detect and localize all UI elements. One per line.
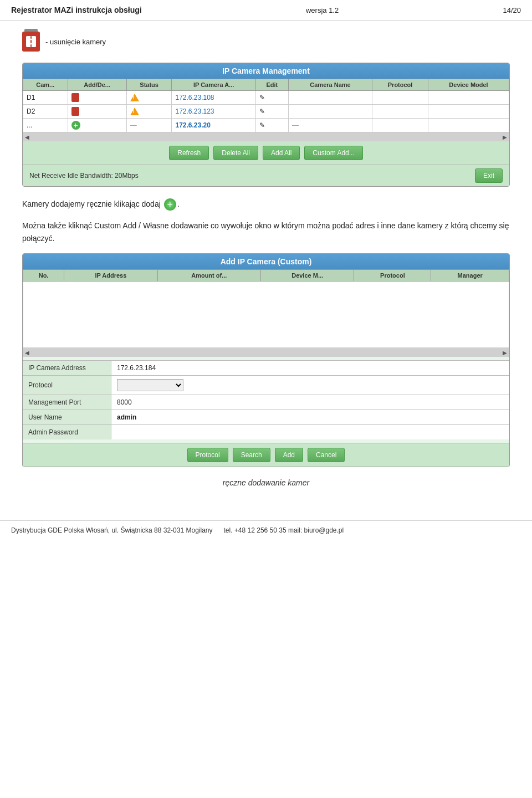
col-cam: Cam... xyxy=(23,79,68,91)
protocol-value[interactable] xyxy=(111,376,509,395)
cell-edit[interactable] xyxy=(255,105,288,119)
exit-button[interactable]: Exit xyxy=(475,168,503,183)
add-camera-inline-button[interactable]: + xyxy=(164,198,176,211)
panel-footer: Net Receive Idle Bandwidth: 20Mbps Exit xyxy=(23,165,509,186)
horizontal-scrollbar[interactable]: ◀ ▶ xyxy=(23,132,509,141)
password-input[interactable] xyxy=(117,428,200,436)
table-row: D1 172.6.23.108 xyxy=(23,91,509,105)
delete-label: - usunięcie kamery xyxy=(45,38,106,46)
protocol-button[interactable]: Protocol xyxy=(187,448,228,462)
cell-status xyxy=(126,105,172,119)
cell-status: — xyxy=(126,119,172,132)
delete-all-button[interactable]: Delete All xyxy=(213,146,258,160)
ip-camera-table: Cam... Add/De... Status IP Camera A... E… xyxy=(23,79,509,132)
col-no: No. xyxy=(23,270,64,282)
table-row: D2 172.6.23.123 xyxy=(23,105,509,119)
col-manager: Manager xyxy=(431,270,509,282)
plus-icon[interactable]: + xyxy=(71,121,80,130)
col-protocol: Protocol xyxy=(372,79,428,91)
scroll-left-button-2[interactable]: ◀ xyxy=(25,350,29,356)
footer-right: tel. +48 12 256 50 35 mail: biuro@gde.pl xyxy=(224,526,344,534)
cell-protocol xyxy=(372,91,428,105)
cell-cam: ... xyxy=(23,119,68,132)
cell-addde xyxy=(68,105,126,119)
ip-address-label: IP Camera Address xyxy=(23,361,111,375)
scroll-right-button[interactable]: ▶ xyxy=(503,134,507,140)
col-edit: Edit xyxy=(255,79,288,91)
content-area: - usunięcie kamery IP Camera Management … xyxy=(0,21,532,509)
horizontal-scrollbar-2[interactable]: ◀ ▶ xyxy=(23,348,509,357)
cell-status xyxy=(126,91,172,105)
col-amount: Amount of... xyxy=(157,270,260,282)
warning-icon xyxy=(130,108,139,115)
cell-device-model xyxy=(428,91,509,105)
trash-icon xyxy=(22,32,40,52)
cell-camera-name xyxy=(288,105,372,119)
delete-section: - usunięcie kamery xyxy=(22,32,510,52)
caption-text: ręczne dodawanie kamer xyxy=(22,478,510,487)
cell-protocol xyxy=(372,105,428,119)
version-label: wersja 1.2 xyxy=(306,6,339,14)
cancel-button[interactable]: Cancel xyxy=(308,448,345,462)
protocol-select[interactable] xyxy=(117,379,183,391)
management-port-label: Management Port xyxy=(23,395,111,410)
refresh-button[interactable]: Refresh xyxy=(169,146,209,160)
pencil-icon[interactable] xyxy=(259,108,265,115)
cell-device-model xyxy=(428,119,509,132)
management-port-value[interactable]: 8000 xyxy=(111,395,509,410)
protocol-label: Protocol xyxy=(23,376,111,395)
col-device-m: Device M... xyxy=(260,270,354,282)
admin-password-label: Admin Password xyxy=(23,425,111,439)
user-name-value[interactable]: admin xyxy=(111,410,509,424)
trash-icon[interactable] xyxy=(71,93,79,102)
empty-table-body xyxy=(23,282,509,348)
camera-form: IP Camera Address 172.6.23.184 Protocol … xyxy=(23,357,509,443)
cell-ip: 172.6.23.123 xyxy=(172,105,255,119)
panel-buttons-row: Refresh Delete All Add All Custom Add... xyxy=(23,141,509,165)
trash-icon[interactable] xyxy=(71,107,79,116)
add-ip-camera-panel: Add IP Camera (Custom) No. IP Address Am… xyxy=(22,253,510,467)
table-row xyxy=(23,282,509,348)
scroll-left-button[interactable]: ◀ xyxy=(25,134,29,140)
cell-ip: 172.6.23.108 xyxy=(172,91,255,105)
col-device-model: Device Model xyxy=(428,79,509,91)
cell-cam: D1 xyxy=(23,91,68,105)
cell-device-model xyxy=(428,105,509,119)
col-ip-address: IP Address xyxy=(64,270,158,282)
ip-camera-management-panel: IP Camera Management Cam... Add/De... St… xyxy=(22,63,510,187)
add-all-button[interactable]: Add All xyxy=(263,146,300,160)
body-text-2: Można także kliknąć Custom Add / Własne … xyxy=(22,219,510,244)
cell-edit[interactable] xyxy=(255,119,288,132)
pencil-icon[interactable] xyxy=(259,94,265,101)
search-button[interactable]: Search xyxy=(233,448,270,462)
pencil-icon[interactable] xyxy=(259,121,265,129)
admin-password-row: Admin Password xyxy=(23,424,509,439)
add-ip-camera-title: Add IP Camera (Custom) xyxy=(23,254,509,269)
page-header: Rejestrator MAZi instrukcja obsługi wers… xyxy=(0,0,532,21)
cell-camera-name xyxy=(288,91,372,105)
cell-edit[interactable] xyxy=(255,91,288,105)
footer-left: Dystrybucja GDE Polska Włosań, ul. Świąt… xyxy=(11,526,213,534)
ip-address-row: IP Camera Address 172.6.23.184 xyxy=(23,360,509,375)
col-addde: Add/De... xyxy=(68,79,126,91)
table-row: ... + — 172.6.23.20 — xyxy=(23,119,509,132)
admin-password-value[interactable] xyxy=(111,425,509,439)
page-number: 14/20 xyxy=(503,6,521,14)
body-text-1: Kamery dodajemy ręcznie klikając dodaj +… xyxy=(22,198,510,211)
cell-protocol xyxy=(372,119,428,132)
col-status: Status xyxy=(126,79,172,91)
warning-icon xyxy=(130,94,139,101)
protocol-row: Protocol xyxy=(23,375,509,395)
user-name-label: User Name xyxy=(23,410,111,424)
cell-cam: D2 xyxy=(23,105,68,119)
col-ip: IP Camera A... xyxy=(172,79,255,91)
custom-add-button[interactable]: Custom Add... xyxy=(304,146,362,160)
cell-addde: + xyxy=(68,119,126,132)
cell-addde xyxy=(68,91,126,105)
cell-camera-name: — xyxy=(288,119,372,132)
ip-address-value[interactable]: 172.6.23.184 xyxy=(111,361,509,375)
bandwidth-label: Net Receive Idle Bandwidth: 20Mbps xyxy=(29,172,139,180)
add-ip-camera-table: No. IP Address Amount of... Device M... … xyxy=(23,269,509,348)
scroll-right-button-2[interactable]: ▶ xyxy=(503,350,507,356)
add-button[interactable]: Add xyxy=(275,448,303,462)
